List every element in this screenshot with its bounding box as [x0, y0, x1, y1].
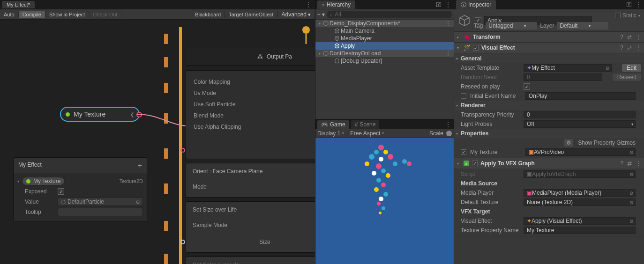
- fold-icon[interactable]: ▸: [457, 35, 461, 39]
- vfx-canvas[interactable]: My Texture ❮ ⁂ Output Pa Color MappingDe…: [0, 20, 315, 264]
- scene-row[interactable]: ▾DontDestroyOnLoad⋮: [315, 50, 454, 57]
- scene-more-icon[interactable]: ⋮: [445, 20, 451, 27]
- main-texture-port[interactable]: [180, 148, 185, 153]
- inspector-tab[interactable]: ⓘInspector: [456, 0, 496, 10]
- media-player-field[interactable]: ▣MediaPlayer (Media Player)⊙: [524, 189, 636, 197]
- display-dropdown[interactable]: Display 1: [317, 130, 344, 137]
- visual-effect-header[interactable]: ▾ 🪄 ✓ Visual Effect ?⇄⋮: [454, 43, 644, 53]
- component-enabled-checkbox[interactable]: ✓: [473, 45, 479, 51]
- aspect-dropdown[interactable]: Free Aspect: [350, 130, 384, 137]
- fold-icon[interactable]: ▾: [457, 46, 461, 50]
- scale-label: Scale: [429, 130, 443, 137]
- more-icon[interactable]: ⋮: [636, 34, 641, 40]
- show-in-project-button[interactable]: Show in Project: [45, 11, 89, 18]
- blackboard-property[interactable]: ▾ My Texture Texture2D: [17, 176, 143, 186]
- visual-effect-ref-field[interactable]: ✦Apply (Visual Effect)⊙: [524, 217, 636, 225]
- my-texture-field[interactable]: ▣AVProVideo⊙: [525, 148, 636, 156]
- random-seed-field[interactable]: 0: [524, 73, 602, 81]
- help-icon[interactable]: ?: [620, 34, 623, 40]
- more-icon[interactable]: ⋮: [636, 44, 641, 51]
- transparency-field[interactable]: 0: [524, 111, 636, 118]
- show-gizmos-label[interactable]: Show Property Gizmos: [578, 139, 636, 146]
- hierarchy-tab[interactable]: ≡Hierarchy: [317, 0, 355, 9]
- help-icon[interactable]: ?: [620, 44, 623, 51]
- preset-icon[interactable]: ⇄: [627, 34, 632, 40]
- asset-template-field[interactable]: ✦ My Effect⊙: [524, 64, 612, 72]
- lock-icon[interactable]: ⚿: [436, 1, 442, 8]
- general-header[interactable]: General: [461, 55, 482, 62]
- properties-header[interactable]: Properties: [461, 130, 488, 137]
- static-checkbox[interactable]: [615, 13, 621, 18]
- soft-particle-label: Use Soft Particle: [194, 101, 235, 108]
- auto-button[interactable]: Auto: [0, 11, 19, 18]
- transform-header[interactable]: ▸ Transform ?⇄⋮: [454, 32, 644, 42]
- game-tab[interactable]: 🎮Game: [317, 120, 349, 129]
- add-property-button[interactable]: +: [138, 161, 142, 170]
- blackboard[interactable]: My Effect + ▾ My Texture Texture2D Expos…: [13, 157, 147, 221]
- renderer-header[interactable]: Renderer: [461, 102, 486, 109]
- fold-icon[interactable]: ▾: [457, 161, 461, 166]
- gameobject-row[interactable]: Main Camera: [315, 27, 454, 35]
- output-title: Output Pa: [267, 53, 292, 60]
- reseed-play-checkbox[interactable]: ✓: [524, 83, 530, 90]
- reseed-button[interactable]: Reseed: [613, 73, 641, 81]
- edit-button[interactable]: Edit: [622, 64, 641, 72]
- apply-vfx-header[interactable]: ▾ # ✓ Apply To VFX Graph ?⇄⋮: [454, 158, 644, 169]
- scene-icon: #: [355, 121, 358, 128]
- tag-dropdown[interactable]: Untagged: [486, 22, 537, 29]
- advanced-dropdown[interactable]: Advanced ▾: [278, 10, 315, 19]
- preset-icon[interactable]: ⇄: [627, 160, 632, 167]
- tooltip-field[interactable]: [58, 208, 143, 216]
- preset-icon[interactable]: ⇄: [627, 44, 632, 51]
- texture-node[interactable]: My Texture ❮: [60, 107, 140, 122]
- hierarchy-search[interactable]: ⌕All: [327, 11, 452, 18]
- texture-type-dot: [66, 112, 70, 117]
- lock-icon[interactable]: ⚿: [626, 1, 632, 8]
- my-texture-override-checkbox[interactable]: ✓: [461, 149, 466, 155]
- more-icon[interactable]: ⋮: [636, 1, 641, 8]
- create-button[interactable]: + ▾: [317, 11, 325, 18]
- svg-point-22: [379, 212, 382, 214]
- vfx-tab[interactable]: My Effect*: [2, 1, 35, 8]
- initial-event-checkbox[interactable]: [461, 93, 466, 99]
- script-field[interactable]: ▣ ApplyToVfxGraph⊙: [524, 170, 636, 178]
- gameobject-row[interactable]: [Debug Updater]: [315, 57, 454, 65]
- more-icon[interactable]: ⋮: [306, 1, 311, 8]
- output-context-node[interactable]: ⁂ Output Pa Color MappingDefau Uv ModeDe…: [186, 48, 315, 264]
- orient-title: Orient : Face Camera Plane: [193, 168, 315, 175]
- light-probes-dropdown[interactable]: Off: [524, 120, 636, 128]
- size-block[interactable]: Set Size over Life Sample ModeOver Size: [186, 201, 315, 253]
- size-input-port[interactable]: [180, 240, 185, 244]
- more-icon[interactable]: ⋮: [445, 121, 451, 128]
- more-icon[interactable]: ⋮: [445, 1, 451, 8]
- initial-event-field[interactable]: OnPlay: [525, 92, 636, 100]
- scene-more-icon[interactable]: ⋮: [445, 50, 451, 57]
- compile-button[interactable]: Compile: [19, 11, 45, 18]
- default-texture-label: Default Texture: [461, 199, 522, 205]
- orient-block[interactable]: Orient : Face Camera Plane ModeFace: [186, 163, 315, 198]
- gizmo-icon[interactable]: ⚙: [564, 139, 573, 147]
- alpha-clip-label: Use Alpha Clipping: [194, 124, 241, 130]
- gameobject-row[interactable]: MediaPlayer: [315, 35, 454, 42]
- exposed-checkbox[interactable]: ✓: [58, 188, 64, 195]
- default-texture-field[interactable]: None (Texture 2D)⊙: [524, 198, 636, 206]
- initial-event-label: Initial Event Name: [470, 93, 524, 99]
- texture-prop-field[interactable]: My Texture: [524, 227, 636, 234]
- gameobject-row-selected[interactable]: Apply: [315, 42, 454, 50]
- apply-vfx-title: Apply To VFX Graph: [480, 160, 535, 167]
- scene-row[interactable]: ▾Demo_DisplayComponents*⋮: [315, 20, 454, 27]
- checkout-button[interactable]: Check Out: [89, 11, 121, 18]
- target-gameobject-button[interactable]: Target GameObject: [225, 11, 277, 18]
- scale-slider[interactable]: [446, 131, 452, 136]
- inspector-icon: ⓘ: [461, 1, 466, 9]
- fold-icon[interactable]: ▾: [17, 179, 19, 183]
- game-view[interactable]: [315, 138, 454, 264]
- layer-dropdown[interactable]: Default: [557, 22, 608, 29]
- more-icon[interactable]: ⋮: [636, 160, 641, 167]
- blackboard-button[interactable]: Blackboard: [191, 11, 225, 18]
- help-icon[interactable]: ?: [620, 160, 623, 167]
- value-field[interactable]: ◯DefaultParticle⊙: [58, 198, 143, 206]
- scene-tab[interactable]: #Scene: [351, 120, 380, 129]
- color-block[interactable]: Set Color over Life: [186, 257, 315, 264]
- component-enabled-checkbox[interactable]: ✓: [472, 161, 478, 166]
